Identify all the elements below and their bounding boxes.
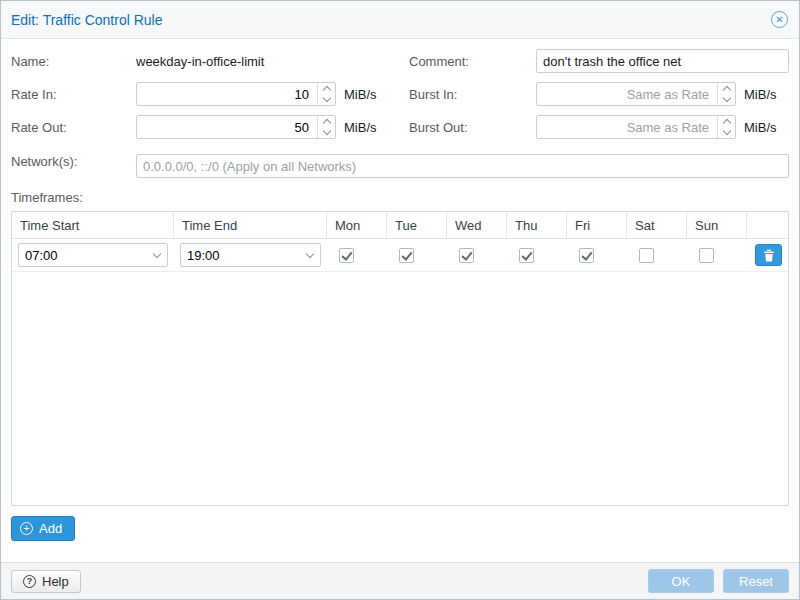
form-row-rate-in: Rate In: MiB/s Burst In: MiB/s — [11, 82, 789, 106]
rate-in-unit: MiB/s — [344, 87, 377, 102]
time-end-combo[interactable] — [180, 243, 321, 267]
comment-label: Comment: — [409, 54, 536, 69]
trash-icon — [763, 249, 775, 262]
form-row-name-comment: Name: weekday-in-office-limit Comment: — [11, 49, 789, 73]
spinner-down-icon[interactable] — [718, 127, 735, 138]
time-end-input[interactable] — [181, 248, 300, 263]
burst-in-input[interactable] — [536, 82, 736, 106]
burst-in-unit: MiB/s — [744, 87, 777, 102]
burst-out-unit: MiB/s — [744, 120, 777, 135]
timeframes-table: Time Start Time End Mon Tue Wed Thu Fri … — [11, 211, 789, 506]
add-button-label: Add — [39, 521, 62, 536]
plus-circle-icon: + — [20, 522, 33, 535]
column-header-time-start[interactable]: Time Start — [12, 212, 174, 238]
form-row-networks: Network(s): — [11, 154, 789, 178]
add-button[interactable]: + Add — [11, 516, 75, 541]
burst-out-label: Burst Out: — [409, 120, 536, 135]
ok-button[interactable]: OK — [648, 569, 714, 593]
networks-label: Network(s): — [11, 154, 136, 178]
column-header-sat[interactable]: Sat — [627, 212, 687, 238]
dialog-title: Edit: Traffic Control Rule — [11, 12, 162, 28]
column-header-sun[interactable]: Sun — [687, 212, 747, 238]
spinner-down-icon[interactable] — [318, 94, 335, 105]
rate-in-field — [136, 82, 336, 106]
dialog-header: Edit: Traffic Control Rule ✕ — [1, 1, 799, 39]
comment-input[interactable] — [536, 49, 789, 73]
timeframes-table-header: Time Start Time End Mon Tue Wed Thu Fri … — [12, 212, 788, 239]
column-header-fri[interactable]: Fri — [567, 212, 627, 238]
rate-out-input[interactable] — [136, 115, 336, 139]
rate-in-label: Rate In: — [11, 87, 136, 102]
burst-out-input[interactable] — [536, 115, 736, 139]
dialog-body: Name: weekday-in-office-limit Comment: R… — [1, 39, 799, 551]
spinner-down-icon[interactable] — [318, 127, 335, 138]
rate-out-field — [136, 115, 336, 139]
wed-checkbox[interactable] — [459, 248, 474, 263]
burst-in-field — [536, 82, 736, 106]
rate-out-unit: MiB/s — [344, 120, 377, 135]
rate-in-input[interactable] — [136, 82, 336, 106]
rate-in-spinners — [317, 83, 335, 105]
name-label: Name: — [11, 54, 136, 69]
dialog-footer: ? Help OK Reset — [1, 562, 799, 599]
help-button[interactable]: ? Help — [11, 570, 81, 593]
tue-checkbox[interactable] — [399, 248, 414, 263]
column-header-mon[interactable]: Mon — [327, 212, 387, 238]
close-icon[interactable]: ✕ — [771, 11, 788, 28]
time-start-combo[interactable] — [18, 243, 168, 267]
sat-checkbox[interactable] — [639, 248, 654, 263]
column-header-wed[interactable]: Wed — [447, 212, 507, 238]
fri-checkbox[interactable] — [579, 248, 594, 263]
timeframes-label: Timeframes: — [11, 190, 789, 205]
mon-checkbox[interactable] — [339, 248, 354, 263]
time-start-input[interactable] — [19, 248, 147, 263]
rate-out-spinners — [317, 116, 335, 138]
thu-checkbox[interactable] — [519, 248, 534, 263]
help-button-label: Help — [42, 574, 69, 589]
burst-in-label: Burst In: — [409, 87, 536, 102]
table-row — [12, 239, 788, 272]
question-circle-icon: ? — [23, 575, 36, 588]
form-row-rate-out: Rate Out: MiB/s Burst Out: MiB/s — [11, 115, 789, 139]
networks-input[interactable] — [136, 154, 789, 178]
rate-out-label: Rate Out: — [11, 120, 136, 135]
column-header-tue[interactable]: Tue — [387, 212, 447, 238]
burst-in-spinners — [717, 83, 735, 105]
table-empty-area — [12, 272, 788, 505]
chevron-down-icon[interactable] — [147, 251, 167, 259]
column-header-actions — [747, 212, 788, 238]
name-value: weekday-in-office-limit — [136, 54, 264, 69]
burst-out-spinners — [717, 116, 735, 138]
spinner-down-icon[interactable] — [718, 94, 735, 105]
column-header-thu[interactable]: Thu — [507, 212, 567, 238]
reset-button[interactable]: Reset — [723, 569, 789, 593]
sun-checkbox[interactable] — [699, 248, 714, 263]
burst-out-field — [536, 115, 736, 139]
delete-row-button[interactable] — [755, 244, 782, 266]
chevron-down-icon[interactable] — [300, 251, 320, 259]
column-header-time-end[interactable]: Time End — [174, 212, 327, 238]
